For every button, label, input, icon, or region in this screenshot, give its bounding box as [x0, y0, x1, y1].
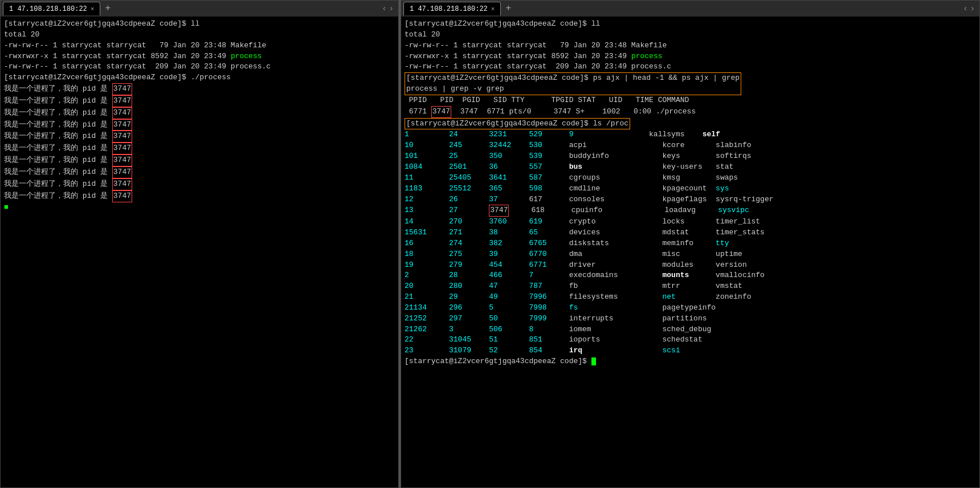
left-terminal-content[interactable]: [starrycat@iZ2vcer6gtjgqa43cdpeeaZ code]… — [1, 17, 398, 487]
right-proc-618: 618 cpuinfo loadavg — [509, 206, 718, 214]
right-proc-driver: driver modules version — [569, 261, 747, 269]
right-terminal-content[interactable]: [starrycat@iZ2vcer6gtjgqa43cdpeeaZ code]… — [401, 17, 979, 487]
right-tab-add[interactable]: + — [503, 3, 513, 14]
right-proc-21262: 21262 3 506 8 — [405, 325, 569, 334]
right-proc-21: 21 29 49 7996 — [405, 292, 569, 301]
right-tab-close[interactable]: × — [491, 6, 495, 13]
right-proc-filesystems: filesystems — [569, 292, 663, 301]
right-proc-23: 23 31079 52 854 — [405, 346, 569, 355]
left-line-4: 我是一个进程了，我的 pid 是 — [4, 120, 112, 129]
right-proc-fb: fb mtrr vmstat — [569, 282, 742, 290]
right-cursor — [591, 357, 596, 365]
left-pid-5: 3747 — [112, 131, 132, 143]
left-line-9: 我是一个进程了，我的 pid 是 — [4, 180, 112, 188]
left-line-2: 我是一个进程了，我的 pid 是 — [4, 96, 112, 105]
right-terminal-pane: 1 47.108.218.180:22 × + ‹ › [starrycat@i… — [401, 0, 980, 488]
right-proc-scsi-label — [582, 346, 662, 355]
right-arrow-left[interactable]: ‹ — [963, 4, 967, 13]
right-tab-title: 1 47.108.218.180:22 — [410, 5, 488, 13]
right-proc-3747-box: 3747 — [489, 205, 509, 217]
left-tab-bar: 1 47.108.218.180:22 × + ‹ › — [1, 1, 398, 17]
left-line-8: 我是一个进程了，我的 pid 是 — [4, 168, 112, 176]
left-pid-6: 3747 — [112, 143, 132, 154]
left-tab-add[interactable]: + — [103, 3, 113, 14]
left-process-file: process — [231, 52, 262, 60]
right-proc-kallsyms: kallsyms — [609, 130, 703, 139]
left-tab-title: 1 47.108.218.180:22 — [9, 5, 87, 13]
right-ps-command: [starrycat@iZ2vcer6gtjgqa43cdpeeaZ code]… — [405, 72, 741, 95]
left-process-c: -rw-rw-r-- 1 starrycat starrycat 209 Jan… — [4, 62, 271, 93]
right-proc-13: 13 27 — [405, 206, 489, 214]
left-pid-10: 3747 — [112, 190, 132, 202]
right-ps-detail: 3747 6771 pts/0 3747 S+ 1002 0:00 ./proc… — [451, 107, 696, 116]
right-ls-proc-command: [starrycat@iZ2vcer6gtjgqa43cdpeeaZ code]… — [405, 118, 630, 130]
right-proc-execdomains: execdomains — [569, 271, 663, 279]
right-proc-vmallocinfo: vmallocinfo — [689, 271, 765, 279]
left-pid-1: 3747 — [112, 83, 132, 95]
right-proc-acpi: acpi kcore slabinfo — [569, 141, 752, 149]
right-proc-mounts: mounts — [662, 271, 689, 279]
right-proc-bus: bus — [569, 162, 582, 171]
right-proc-101: 101 25 350 539 — [405, 152, 569, 160]
right-process-file: process — [631, 52, 663, 60]
left-active-tab[interactable]: 1 47.108.218.180:22 × — [3, 2, 100, 15]
left-line-6: 我是一个进程了，我的 pid 是 — [4, 144, 112, 152]
right-proc-617: 617 consoles kpageflags sysrq-trigger — [498, 195, 774, 204]
right-proc-1: 1 24 3231 529 9 — [405, 130, 609, 139]
left-line-3: 我是一个进程了，我的 pid 是 — [4, 108, 112, 117]
right-prompt-ll: [starrycat@iZ2vcer6gtjgqa43cdpeeaZ code]… — [405, 19, 667, 60]
left-pid-4: 3747 — [112, 119, 132, 131]
right-proc-1084: 1084 2501 36 557 — [405, 162, 569, 171]
right-proc-18: 18 275 39 6770 — [405, 250, 569, 258]
left-arrow-left[interactable]: ‹ — [382, 4, 386, 13]
right-arrow-right[interactable]: › — [970, 4, 975, 13]
right-proc-irq: irq — [569, 346, 582, 355]
left-pid-2: 3747 — [112, 95, 132, 107]
right-proc-cgroups: cgroups kmsg swaps — [569, 173, 738, 182]
right-active-tab[interactable]: 1 47.108.218.180:22 × — [403, 2, 501, 15]
right-nav-arrows: ‹ › — [963, 4, 977, 13]
right-proc-21252: 21252 297 50 7999 — [405, 314, 569, 323]
right-proc-cmdline: cmdline kpagecount — [569, 184, 716, 193]
right-proc-sysvipc: sysvipc — [718, 206, 749, 214]
right-proc-zoneinfo: zoneinfo — [676, 292, 752, 301]
left-nav-arrows: ‹ › — [382, 4, 396, 13]
right-proc-15631: 15631 271 38 65 — [405, 228, 569, 237]
left-arrow-right[interactable]: › — [389, 4, 394, 13]
right-proc-37: 37 — [489, 195, 498, 204]
left-tab-close[interactable]: × — [91, 6, 95, 13]
left-line-10: 我是一个进程了，我的 pid 是 — [4, 192, 112, 200]
left-pid-9: 3747 — [112, 178, 132, 190]
terminal-container: 1 47.108.218.180:22 × + ‹ › [starrycat@i… — [0, 0, 980, 488]
right-proc-20: 20 280 47 787 — [405, 282, 569, 290]
left-line-5: 我是一个进程了，我的 pid 是 — [4, 132, 112, 140]
left-cursor-line: ■ — [4, 203, 9, 212]
left-prompt-1: [starrycat@iZ2vcer6gtjgqa43cdpeeaZ code]… — [4, 19, 266, 60]
left-line-7: 我是一个进程了，我的 pid 是 — [4, 156, 112, 164]
right-proc-11: 11 25405 3641 587 — [405, 173, 569, 182]
right-proc-ioports: ioports schedstat — [569, 335, 703, 344]
right-proc-key-users: key-users stat — [582, 162, 733, 171]
right-proc-fs: fs — [569, 303, 578, 312]
right-proc-22: 22 31045 51 851 — [405, 335, 569, 344]
right-proc-dma: dma misc uptime — [569, 250, 742, 258]
right-proc-interrupts: interrupts partitions — [569, 314, 707, 323]
left-pid-7: 3747 — [112, 154, 132, 166]
right-proc-net: net — [662, 292, 675, 301]
right-pid-box: 3747 — [431, 106, 451, 118]
right-proc-self: self — [703, 130, 720, 139]
right-proc-21134: 21134 296 5 7998 — [405, 303, 569, 312]
right-proc-1183: 1183 25512 365 598 — [405, 184, 569, 193]
right-proc-12: 12 26 — [405, 195, 489, 204]
right-proc-diskstats: diskstats meminfo — [569, 239, 716, 247]
right-proc-iomem: iomem sched_debug — [569, 325, 712, 334]
right-proc-pagetypeinfo: pagetypeinfo — [578, 303, 716, 312]
right-proc-tty: tty — [716, 239, 729, 247]
left-pid-3: 3747 — [112, 107, 132, 119]
right-proc-buddyinfo: buddyinfo keys softirqs — [569, 152, 752, 160]
right-proc-devices: devices mdstat timer_stats — [569, 228, 765, 237]
right-proc-2: 2 28 466 7 — [405, 271, 569, 279]
right-proc-19: 19 279 454 6771 — [405, 261, 569, 269]
right-process-c: -rw-rw-r-- 1 starrycat starrycat 209 Jan… — [405, 62, 671, 71]
right-proc-14: 14 270 3760 619 — [405, 217, 569, 226]
